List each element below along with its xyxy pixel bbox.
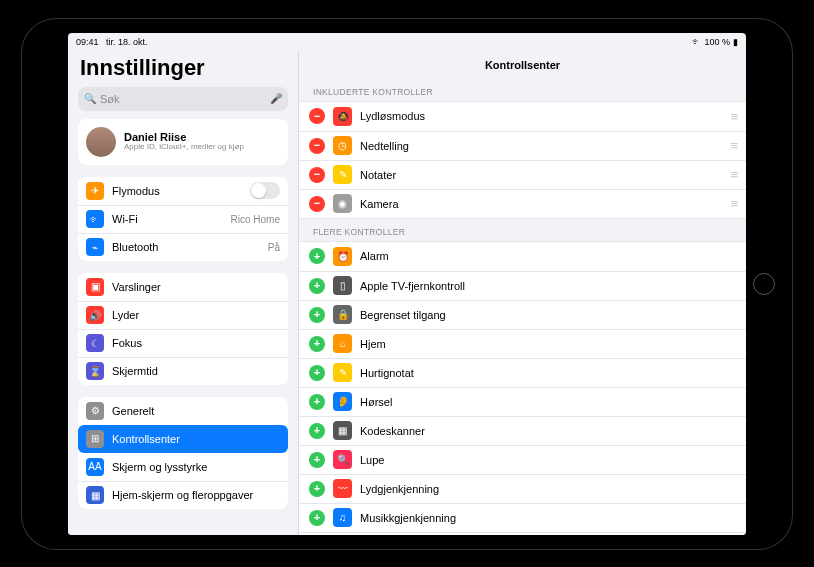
avatar <box>86 127 116 157</box>
sidebar-item-label: Fokus <box>112 337 280 349</box>
control-row: −🔕Lydløsmodus≡ <box>299 102 746 131</box>
search-icon: 🔍 <box>84 93 96 104</box>
sidebar-item-focus[interactable]: ☾Fokus <box>78 329 288 357</box>
content-title: Kontrollsenter <box>299 51 746 79</box>
add-button[interactable]: + <box>309 336 325 352</box>
sidebar-item-wifi[interactable]: ᯤWi-FiRico Home <box>78 205 288 233</box>
search-input[interactable]: 🔍 Søk 🎤 <box>78 87 288 111</box>
sidebar-group-connectivity: ✈FlymodusᯤWi-FiRico Home⌁BluetoothPå <box>78 177 288 261</box>
sidebar-item-value: På <box>268 242 280 253</box>
control-row: +〰Lydgjenkjenning <box>299 474 746 503</box>
control-label: Musikkgjenkjenning <box>360 512 736 524</box>
remove-button[interactable]: − <box>309 196 325 212</box>
profile-sub: Apple ID, iCloud+, medier og kjøp <box>124 143 244 152</box>
control-label: Kodeskanner <box>360 425 736 437</box>
drag-handle[interactable]: ≡ <box>730 109 736 124</box>
control-icon: ◷ <box>333 136 352 155</box>
remove-button[interactable]: − <box>309 167 325 183</box>
add-button[interactable]: + <box>309 365 325 381</box>
control-icon: 🔕 <box>333 107 352 126</box>
control-row: +◐Mørk modus <box>299 532 746 535</box>
search-placeholder: Søk <box>100 93 120 105</box>
control-label: Nedtelling <box>360 140 730 152</box>
status-bar: 09:41 tir. 18. okt. ᯤ 100 % ▮ <box>68 33 746 51</box>
mic-icon[interactable]: 🎤 <box>270 93 282 104</box>
drag-handle[interactable]: ≡ <box>730 138 736 153</box>
sidebar-item-display[interactable]: AASkjerm og lysstyrke <box>78 453 288 481</box>
controlcenter-icon: ⊞ <box>86 430 104 448</box>
sidebar-item-sounds[interactable]: 🔊Lyder <box>78 301 288 329</box>
control-label: Hjem <box>360 338 736 350</box>
notifications-icon: ▣ <box>86 278 104 296</box>
sidebar-item-value: Rico Home <box>231 214 280 225</box>
control-row: +▯Apple TV-fjernkontroll <box>299 271 746 300</box>
status-time: 09:41 <box>76 37 99 47</box>
control-label: Apple TV-fjernkontroll <box>360 280 736 292</box>
control-icon: ✎ <box>333 363 352 382</box>
main-split: Innstillinger 🔍 Søk 🎤 Daniel Riise Apple… <box>68 51 746 535</box>
battery-icon: ▮ <box>733 37 738 47</box>
sidebar-item-label: Flymodus <box>112 185 250 197</box>
control-row: +🔍Lupe <box>299 445 746 474</box>
control-label: Lydgjenkjenning <box>360 483 736 495</box>
sidebar-item-bluetooth[interactable]: ⌁BluetoothPå <box>78 233 288 261</box>
sidebar-item-airplane[interactable]: ✈Flymodus <box>78 177 288 205</box>
sidebar-item-label: Wi-Fi <box>112 213 231 225</box>
control-row: +♫Musikkgjenkjenning <box>299 503 746 532</box>
status-date: tir. 18. okt. <box>106 37 148 47</box>
homescreen-icon: ▦ <box>86 486 104 504</box>
control-row: +▦Kodeskanner <box>299 416 746 445</box>
control-label: Kamera <box>360 198 730 210</box>
drag-handle[interactable]: ≡ <box>730 196 736 211</box>
home-button[interactable] <box>753 273 775 295</box>
control-icon: 🔍 <box>333 450 352 469</box>
control-label: Hurtignotat <box>360 367 736 379</box>
drag-handle[interactable]: ≡ <box>730 167 736 182</box>
sidebar-item-screentime[interactable]: ⌛Skjermtid <box>78 357 288 385</box>
control-label: Lupe <box>360 454 736 466</box>
more-header: FLERE KONTROLLER <box>299 219 746 241</box>
sidebar-item-general[interactable]: ⚙Generelt <box>78 397 288 425</box>
add-button[interactable]: + <box>309 394 325 410</box>
sidebar-item-label: Skjerm og lysstyrke <box>112 461 280 473</box>
general-icon: ⚙ <box>86 402 104 420</box>
sidebar-group-notifications: ▣Varslinger🔊Lyder☾Fokus⌛Skjermtid <box>78 273 288 385</box>
included-header: INKLUDERTE KONTROLLER <box>299 79 746 101</box>
add-button[interactable]: + <box>309 278 325 294</box>
remove-button[interactable]: − <box>309 138 325 154</box>
add-button[interactable]: + <box>309 510 325 526</box>
sidebar-item-notifications[interactable]: ▣Varslinger <box>78 273 288 301</box>
more-list: +⏰Alarm+▯Apple TV-fjernkontroll+🔒Begrens… <box>299 241 746 535</box>
control-icon: ▯ <box>333 276 352 295</box>
control-icon: ◉ <box>333 194 352 213</box>
add-button[interactable]: + <box>309 481 325 497</box>
airplane-toggle[interactable] <box>250 182 280 199</box>
sidebar-item-label: Generelt <box>112 405 280 417</box>
add-button[interactable]: + <box>309 248 325 264</box>
sidebar-item-label: Varslinger <box>112 281 280 293</box>
sidebar-item-controlcenter[interactable]: ⊞Kontrollsenter <box>78 425 288 453</box>
sidebar-item-label: Lyder <box>112 309 280 321</box>
status-right: ᯤ 100 % ▮ <box>692 37 738 47</box>
control-icon: 🔒 <box>333 305 352 324</box>
sidebar-item-label: Kontrollsenter <box>112 433 280 445</box>
control-row: +⌂Hjem <box>299 329 746 358</box>
sounds-icon: 🔊 <box>86 306 104 324</box>
screen: 09:41 tir. 18. okt. ᯤ 100 % ▮ Innstillin… <box>68 33 746 535</box>
content-pane: Kontrollsenter INKLUDERTE KONTROLLER −🔕L… <box>298 51 746 535</box>
sidebar-item-homescreen[interactable]: ▦Hjem-skjerm og fleroppgaver <box>78 481 288 509</box>
control-icon: ⏰ <box>333 247 352 266</box>
control-icon: 👂 <box>333 392 352 411</box>
control-label: Notater <box>360 169 730 181</box>
control-icon: ✎ <box>333 165 352 184</box>
profile-card[interactable]: Daniel Riise Apple ID, iCloud+, medier o… <box>78 119 288 165</box>
wifi-icon: ᯤ <box>86 210 104 228</box>
add-button[interactable]: + <box>309 452 325 468</box>
display-icon: AA <box>86 458 104 476</box>
sidebar: Innstillinger 🔍 Søk 🎤 Daniel Riise Apple… <box>68 51 298 535</box>
control-row: +⏰Alarm <box>299 242 746 271</box>
remove-button[interactable]: − <box>309 108 325 124</box>
add-button[interactable]: + <box>309 423 325 439</box>
add-button[interactable]: + <box>309 307 325 323</box>
control-icon: 〰 <box>333 479 352 498</box>
